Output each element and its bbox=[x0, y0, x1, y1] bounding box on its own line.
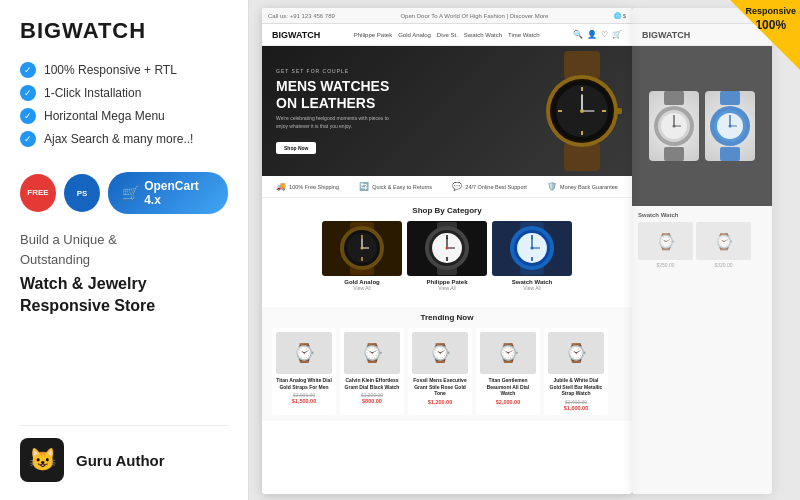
moneyback-text: Money Back Guarantee bbox=[560, 184, 618, 190]
ps-badge: PS bbox=[64, 174, 100, 212]
site-hero: GET SET FOR COUPLE MENS WATCHESON LEATHE… bbox=[262, 46, 632, 176]
side-product-list: Swatch Watch ⌚ $250.00 ⌚ $320.00 bbox=[632, 206, 772, 274]
author-avatar: 😺 bbox=[20, 438, 64, 482]
category-grid: Gold Analog View All bbox=[272, 221, 622, 291]
check-icon-4: ✓ bbox=[20, 131, 36, 147]
shipping-text: 100% Free Shipping bbox=[289, 184, 339, 190]
hero-sub: GET SET FOR COUPLE bbox=[276, 68, 396, 74]
svg-point-51 bbox=[673, 125, 676, 128]
svg-point-43 bbox=[531, 247, 534, 250]
nav-link-1[interactable]: Philippe Patek bbox=[354, 32, 392, 38]
wishlist-icon[interactable]: ♡ bbox=[601, 30, 608, 39]
feature-item-2: ✓ 1-Click Installation bbox=[20, 85, 228, 101]
author-name: Guru Author bbox=[76, 452, 165, 469]
side-product-img-1: ⌚ bbox=[638, 222, 693, 260]
categories-title: Shop By Category bbox=[272, 206, 622, 215]
side-logo: BIGWATCH bbox=[642, 30, 690, 40]
panel-divider bbox=[248, 0, 249, 500]
svg-rect-53 bbox=[720, 147, 740, 161]
category-philippe[interactable]: Philippe Patek View All bbox=[407, 221, 487, 291]
support-text: 24/7 Online Best Support bbox=[465, 184, 526, 190]
topbar-phone: Call us: +91 123 456 789 bbox=[268, 13, 335, 19]
product-card-2[interactable]: ⌚ Calvin Klein Effortless Grant Dial Bla… bbox=[340, 328, 404, 415]
nav-link-2[interactable]: Gold Analog bbox=[398, 32, 431, 38]
svg-point-23 bbox=[361, 247, 364, 250]
category-swatch[interactable]: Swatch Watch View All bbox=[492, 221, 572, 291]
nav-link-4[interactable]: Swatch Watch bbox=[464, 32, 502, 38]
nav-link-3[interactable]: Dive St. bbox=[437, 32, 458, 38]
side-product-img-2: ⌚ bbox=[696, 222, 751, 260]
category-gold-analog[interactable]: Gold Analog View All bbox=[322, 221, 402, 291]
author-section: 😺 Guru Author bbox=[20, 425, 228, 482]
feature-label-2: 1-Click Installation bbox=[44, 86, 141, 100]
product-card-5[interactable]: ⌚ Jubile & White Dial Gold Stell Bar Met… bbox=[544, 328, 608, 415]
nav-link-5[interactable]: Time Watch bbox=[508, 32, 540, 38]
returns-icon: 🔄 bbox=[359, 182, 369, 191]
side-product-price-1: $250.00 bbox=[638, 262, 693, 268]
product-img-2: ⌚ bbox=[344, 332, 400, 374]
svg-rect-44 bbox=[664, 91, 684, 105]
product-img-1: ⌚ bbox=[276, 332, 332, 374]
svg-rect-52 bbox=[720, 91, 740, 105]
highlight-text: Watch & Jewelry Responsive Store bbox=[20, 273, 228, 318]
svg-point-59 bbox=[729, 125, 732, 128]
left-panel: BIGWATCH ✓ 100% Responsive + RTL ✓ 1-Cli… bbox=[0, 0, 248, 500]
site-topbar: Call us: +91 123 456 789 Open Door To A … bbox=[262, 8, 632, 24]
side-product-1: ⌚ $250.00 bbox=[638, 222, 693, 268]
user-icon[interactable]: 👤 bbox=[587, 30, 597, 39]
product-card-3[interactable]: ⌚ Fossil Mens Executive Grant Stile Rose… bbox=[408, 328, 472, 415]
trending-section: Trending Now ⌚ Titan Analog White Dial G… bbox=[262, 307, 632, 421]
svg-point-12 bbox=[580, 109, 584, 113]
product-price-4: $2,000.00 bbox=[480, 399, 536, 405]
product-img-5: ⌚ bbox=[548, 332, 604, 374]
shipping-icon: 🚚 bbox=[276, 182, 286, 191]
responsive-label: Responsive bbox=[745, 6, 796, 16]
feature-label-1: 100% Responsive + RTL bbox=[44, 63, 177, 77]
side-product-heading: Swatch Watch bbox=[638, 212, 766, 218]
side-product-2: ⌚ $320.00 bbox=[696, 222, 751, 268]
cat-img-gold bbox=[322, 221, 402, 276]
product-card-1[interactable]: ⌚ Titan Analog White Dial Gold Straps Fo… bbox=[272, 328, 336, 415]
preview-wrapper: Call us: +91 123 456 789 Open Door To A … bbox=[248, 0, 800, 500]
responsive-percent: 100% bbox=[755, 18, 786, 32]
site-nav-links: Philippe Patek Gold Analog Dive St. Swat… bbox=[354, 32, 540, 38]
product-img-4: ⌚ bbox=[480, 332, 536, 374]
site-nav-icons: 🔍 👤 ♡ 🛒 bbox=[573, 30, 622, 39]
returns-text: Quick & Easy to Returns bbox=[372, 184, 432, 190]
hero-shop-btn[interactable]: Shop Now bbox=[276, 142, 316, 154]
cart-icon[interactable]: 🛒 bbox=[612, 30, 622, 39]
cat-count-philippe: View All bbox=[407, 285, 487, 291]
moneyback-icon: 🛡️ bbox=[547, 182, 557, 191]
hero-desc: We're celebrating feelgood moments with … bbox=[276, 115, 396, 130]
feature-label-4: Ajax Search & many more..! bbox=[44, 132, 193, 146]
product-price-1: $1,500.00 bbox=[276, 398, 332, 404]
opencart-badge[interactable]: 🛒 OpenCart 4.x bbox=[108, 172, 228, 214]
site-logo: BIGWATCH bbox=[272, 30, 320, 40]
watch-jewelry-text: Watch & Jewelry Responsive Store bbox=[20, 275, 155, 314]
product-price-2: $800.00 bbox=[344, 398, 400, 404]
feature-returns: 🔄 Quick & Easy to Returns bbox=[359, 182, 432, 191]
opencart-label: OpenCart 4.x bbox=[144, 179, 214, 207]
right-panel: Responsive 100% Call us: +91 123 456 789… bbox=[248, 0, 800, 500]
cart-icon: 🛒 bbox=[122, 185, 139, 201]
badge-red-label: FREE bbox=[27, 188, 48, 198]
categories-section: Shop By Category bbox=[262, 198, 632, 307]
side-product-grid: ⌚ $250.00 ⌚ $320.00 bbox=[638, 222, 766, 268]
feature-label-3: Horizontal Mega Menu bbox=[44, 109, 165, 123]
topbar-lang: 🌐 $ bbox=[614, 12, 626, 19]
product-price-5: $1,600.00 bbox=[548, 405, 604, 411]
product-img-3: ⌚ bbox=[412, 332, 468, 374]
product-card-4[interactable]: ⌚ Titan Gentlemen Beaumont All Dial Watc… bbox=[476, 328, 540, 415]
badge-blue-label: PS bbox=[77, 189, 88, 198]
product-name-2: Calvin Klein Effortless Grant Dial Black… bbox=[344, 377, 400, 390]
check-icon-3: ✓ bbox=[20, 108, 36, 124]
cat-img-swatch bbox=[492, 221, 572, 276]
side-product-price-2: $320.00 bbox=[696, 262, 751, 268]
products-grid: ⌚ Titan Analog White Dial Gold Straps Fo… bbox=[272, 328, 622, 415]
search-icon[interactable]: 🔍 bbox=[573, 30, 583, 39]
hero-title: MENS WATCHESON LEATHERS bbox=[276, 78, 396, 112]
feature-item-4: ✓ Ajax Search & many more..! bbox=[20, 131, 228, 147]
badges-row: FREE PS 🛒 OpenCart 4.x bbox=[20, 172, 228, 214]
side-watch-display bbox=[632, 46, 772, 206]
site-navbar: BIGWATCH Philippe Patek Gold Analog Dive… bbox=[262, 24, 632, 46]
